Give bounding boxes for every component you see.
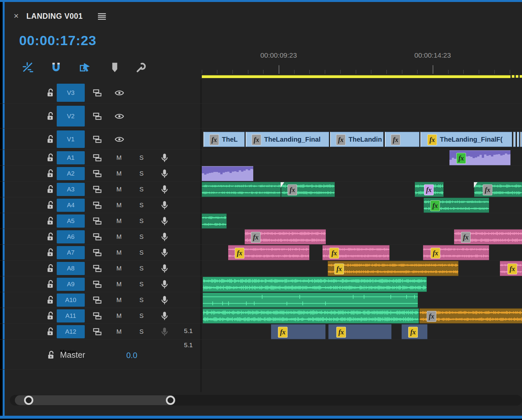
sync-lock-icon[interactable] [92,216,102,226]
toggle-track-output-icon[interactable] [114,111,124,121]
solo-button[interactable]: S [137,202,146,209]
mute-button[interactable]: M [115,202,123,209]
track-lock-icon[interactable] [46,200,55,210]
audio-clip[interactable] [203,293,418,308]
track-lock-icon[interactable] [46,248,55,258]
solo-button[interactable]: S [137,296,146,304]
mute-button[interactable]: M [115,233,123,240]
time-ruler[interactable]: 00:00:09:2300:00:14:23 [202,49,522,79]
solo-button[interactable]: S [137,154,146,161]
video-clip[interactable] [520,132,522,147]
mute-button[interactable]: M [115,154,123,161]
video-clip[interactable]: fxTheLandin [330,132,384,147]
audio-clip[interactable]: fx [328,261,458,276]
mute-button[interactable]: M [115,186,123,193]
nest-insert-icon[interactable] [22,61,34,73]
track-select-A11[interactable]: A11 [57,309,85,322]
voiceover-record-icon[interactable] [160,184,169,194]
audio-clip[interactable]: fx [271,324,325,339]
track-select-A9[interactable]: A9 [57,278,85,291]
sync-lock-icon[interactable] [92,311,102,321]
track-select-A1[interactable]: A1 [57,151,85,164]
track-select-A10[interactable]: A10 [57,294,85,307]
mute-button[interactable]: M [115,281,123,288]
track-lock-icon[interactable] [46,88,55,98]
hscroll-zoom-handle-right[interactable] [166,396,175,405]
mute-button[interactable]: M [115,217,123,225]
solo-button[interactable]: S [137,233,146,240]
audio-clip[interactable]: fx [322,245,389,260]
track-lock-icon[interactable] [46,264,55,273]
track-lock-icon[interactable] [46,153,55,163]
track-lock-icon[interactable] [46,184,55,194]
audio-clip[interactable]: fx [402,324,427,339]
mute-button[interactable]: M [115,170,123,177]
track-lock-icon[interactable] [46,232,55,242]
voiceover-record-icon[interactable] [160,169,169,179]
track-lock-icon[interactable] [46,327,55,337]
sync-lock-icon[interactable] [92,295,102,305]
voiceover-record-icon[interactable] [160,232,169,242]
video-clip[interactable] [513,132,516,147]
solo-button[interactable]: S [137,217,146,225]
sync-lock-icon[interactable] [92,264,102,273]
mute-button[interactable]: M [115,328,123,335]
track-select-A3[interactable]: A3 [57,183,85,196]
audio-clip[interactable]: fx [500,261,522,276]
track-lock-icon[interactable] [46,134,55,144]
mute-button[interactable]: M [115,265,123,272]
audio-clip[interactable] [203,308,419,323]
track-select-V3[interactable]: V3 [57,84,85,102]
audio-clip[interactable] [202,213,227,229]
voiceover-record-icon[interactable] [160,279,169,289]
timeline-settings-icon[interactable] [135,61,147,73]
sync-lock-icon[interactable] [92,327,102,337]
solo-button[interactable]: S [137,249,146,256]
audio-clip[interactable]: fx [228,245,309,260]
snap-magnet-icon[interactable] [50,61,62,73]
solo-button[interactable]: S [137,265,146,272]
sync-lock-icon[interactable] [92,184,102,194]
solo-button[interactable]: S [137,281,146,288]
track-select-V2[interactable]: V2 [57,106,85,126]
audio-clip[interactable]: fx [423,245,489,260]
voiceover-record-icon[interactable] [160,327,169,337]
video-clip[interactable]: fxTheL [203,132,245,147]
sync-lock-icon[interactable] [92,169,102,179]
sync-lock-icon[interactable] [92,232,102,242]
hscroll-bar[interactable] [15,395,175,405]
video-clip[interactable]: fxTheLanding_FinalF( [420,132,512,147]
solo-button[interactable]: S [137,328,146,335]
add-marker-icon[interactable] [109,61,121,73]
audio-clip[interactable]: fx [454,229,522,244]
close-tab-icon[interactable]: × [12,11,20,21]
sync-lock-icon[interactable] [92,153,102,163]
sequence-tab[interactable]: LANDING V001 [26,12,83,21]
track-select-A6[interactable]: A6 [57,230,85,243]
audio-clip[interactable] [202,182,281,197]
audio-clip[interactable]: fx [281,182,335,197]
voiceover-record-icon[interactable] [160,264,169,273]
track-select-A12[interactable]: A12 [57,325,85,338]
mute-button[interactable]: M [115,312,123,320]
work-area-bar[interactable] [202,75,510,78]
audio-clip[interactable]: fx [474,182,522,197]
voiceover-record-icon[interactable] [160,311,169,321]
playhead-timecode[interactable]: 00:00:17:23 [19,33,96,48]
audio-clip[interactable]: fx [449,150,510,165]
audio-clip[interactable]: fx [415,182,444,197]
solo-button[interactable]: S [137,170,146,177]
sync-lock-icon[interactable] [92,111,102,121]
track-select-A5[interactable]: A5 [57,214,85,228]
master-gain-value[interactable]: 0.0 [126,351,137,360]
track-lock-icon[interactable] [46,216,55,226]
track-select-V1[interactable]: V1 [57,130,85,148]
track-lock-icon[interactable] [46,311,55,321]
audio-clip[interactable]: fx [424,198,489,213]
toggle-track-output-icon[interactable] [114,134,124,144]
solo-button[interactable]: S [137,312,146,320]
mute-button[interactable]: M [115,249,123,256]
sync-lock-icon[interactable] [92,88,102,98]
voiceover-record-icon[interactable] [160,295,169,305]
voiceover-record-icon[interactable] [160,216,169,226]
